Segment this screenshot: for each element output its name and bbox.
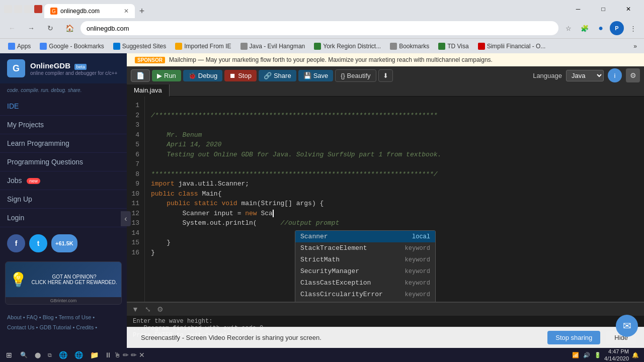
sidebar-item-programming-questions[interactable]: Programming Questions (0, 153, 127, 171)
beautify-button[interactable]: {} Beautify (335, 69, 376, 82)
taskbar-start[interactable]: ⊞ (2, 349, 16, 361)
menu-icon[interactable]: ⋮ (626, 21, 640, 35)
bottom-tool-chevron[interactable]: ▼ (131, 304, 140, 314)
bookmark-google[interactable]: Google - Bookmarks (36, 42, 108, 51)
ad-text: GOT AN OPINION?CLICK HERE AND GET REWARD… (31, 274, 117, 285)
tray-battery-icon[interactable]: 🔋 (593, 350, 602, 359)
suggested-icon (113, 43, 120, 50)
notification-text: Screencastify - Screen Video Recorder is… (141, 334, 541, 341)
home-button[interactable]: 🏠 (61, 20, 77, 36)
autocomplete-item-strictmath[interactable]: StrictMath keyword (295, 254, 435, 265)
bottom-tool-settings[interactable]: ⚙ (156, 304, 165, 314)
extension-icon[interactable]: 🧩 (578, 21, 592, 35)
autocomplete-item-scanner[interactable]: Scanner local (295, 231, 435, 242)
sidebar-item-my-projects[interactable]: My Projects (0, 116, 127, 134)
taskbar-cortana[interactable]: ⬤ (32, 349, 44, 361)
bookmark-simplii-label: Simplii Financial - O... (487, 43, 546, 50)
sidebar-item-login[interactable]: Login (0, 209, 127, 227)
bookmark-apps[interactable]: Apps (4, 42, 35, 51)
link-credits[interactable]: Credits (76, 324, 94, 330)
new-tab-button[interactable]: + (135, 4, 149, 18)
taskbar-chrome[interactable]: 🌐 (56, 349, 70, 361)
share-button[interactable]: 🔗 Share (259, 70, 296, 81)
forward-button[interactable]: → (23, 20, 39, 36)
media-stop-button[interactable]: ✕ (139, 351, 145, 359)
tray-notification-icon[interactable]: 🔔 (631, 350, 640, 359)
logo-beta: beta (74, 64, 87, 70)
debug-button[interactable]: 🐞 Debug (183, 70, 222, 81)
run-button[interactable]: ▶ Run (152, 70, 181, 81)
media-highlight-button[interactable]: ✏ (131, 351, 137, 359)
save-button[interactable]: 💾 Save (298, 70, 334, 81)
bookmark-imported[interactable]: Imported From IE (171, 42, 235, 51)
autocomplete-dropdown[interactable]: Scanner local StackTraceElement keyword … (295, 230, 436, 302)
autocomplete-item-classcircular[interactable]: ClassCircularityError keyword (295, 289, 435, 300)
code-editor[interactable]: 12345 678910 1112131415 16 /************… (127, 97, 644, 302)
stop-button[interactable]: ⏹ Stop (224, 70, 257, 81)
refresh-button[interactable]: ↻ (42, 20, 58, 36)
language-select[interactable]: Java C C++ Python (566, 70, 604, 81)
taskbar-clock[interactable]: 4:47 PM 4/14/2020 (604, 348, 629, 362)
taskbar-search[interactable]: 🔍 (17, 349, 31, 361)
tray-volume-icon[interactable]: 🔊 (582, 350, 591, 359)
maximize-button[interactable]: □ (592, 2, 615, 17)
file-new-button[interactable]: 📄 (131, 69, 150, 82)
bottom-tool-resize[interactable]: ⤡ (144, 304, 152, 314)
sidebar-item-jobs[interactable]: Jobs new (0, 171, 127, 190)
google-icon (40, 43, 47, 50)
file-tab-main[interactable]: Main.java (127, 84, 170, 97)
taskbar-taskview[interactable]: ⧉ (45, 349, 55, 361)
taskbar-explorer[interactable]: 📁 (87, 349, 102, 361)
taskbar-edge[interactable]: 🌐 (71, 349, 86, 361)
media-pen-button[interactable]: ✏ (123, 351, 129, 359)
bookmark-td[interactable]: TD Visa (434, 42, 472, 51)
close-button[interactable]: ✕ (617, 2, 640, 17)
bookmark-imported-label: Imported From IE (184, 43, 231, 50)
imported-icon (175, 43, 182, 50)
media-pause-button[interactable]: ⏸ (105, 351, 112, 359)
facebook-button[interactable]: f (7, 234, 25, 252)
settings-icon[interactable]: ● (594, 21, 608, 35)
autocomplete-item-unsupported[interactable]: UnsupportedClassVersionError ... (295, 300, 435, 302)
chat-button[interactable]: ✉ (616, 315, 638, 337)
link-blog[interactable]: Blog (43, 314, 54, 320)
bookmark-overflow[interactable]: » (630, 42, 640, 51)
back-button[interactable]: ← (4, 20, 20, 36)
stop-sharing-button[interactable]: Stop sharing (547, 331, 600, 344)
bookmark-star-icon[interactable]: ☆ (561, 21, 576, 35)
profile-icon[interactable]: P (610, 21, 624, 35)
tray-network-icon[interactable]: 📶 (571, 350, 580, 359)
tab-favicon: G (50, 8, 57, 15)
autocomplete-item-stacktrace[interactable]: StackTraceElement keyword (295, 242, 435, 254)
bookmark-suggested[interactable]: Suggested Sites (109, 42, 170, 51)
autocomplete-item-security[interactable]: SecurityManager keyword (295, 265, 435, 277)
settings-button[interactable]: ⚙ (626, 68, 640, 82)
link-contact[interactable]: Contact Us (7, 324, 34, 330)
autocomplete-item-classcast[interactable]: ClassCastException keyword (295, 277, 435, 289)
bookmark-hangman[interactable]: Java - Evil Hangman (236, 42, 309, 51)
sidebar-item-learn-programming[interactable]: Learn Programming (0, 134, 127, 153)
address-input[interactable] (80, 21, 558, 35)
bookmark-york[interactable]: York Region District... (310, 42, 385, 51)
info-button[interactable]: i (608, 68, 622, 82)
sidebar-ad[interactable]: 💡 GOT AN OPINION?CLICK HERE AND GET REWA… (5, 261, 122, 305)
sidebar-item-ide[interactable]: IDE (0, 97, 127, 116)
like-counter[interactable]: + 61.5K (51, 234, 77, 252)
active-tab[interactable]: G onlinegdb.com ✕ (44, 4, 135, 18)
minimize-button[interactable]: ─ (567, 2, 590, 17)
download-button[interactable]: ⬇ (378, 69, 393, 82)
sidebar-links: About • FAQ • Blog • Terms of Use • Cont… (0, 309, 127, 337)
twitter-button[interactable]: t (29, 234, 47, 252)
link-terms[interactable]: Terms of Use (59, 314, 92, 320)
sidebar: G OnlineGDB beta online compiler and deb… (0, 53, 127, 362)
link-gdb-tutorial[interactable]: GDB Tutorial (39, 324, 71, 330)
bookmark-simplii[interactable]: Simplii Financial - O... (474, 42, 550, 51)
media-cursor-button[interactable]: 🖱 (114, 351, 121, 359)
link-faq[interactable]: FAQ (27, 314, 38, 320)
logo-subtitle: online compiler and debugger for c/c++ (30, 70, 117, 76)
sidebar-item-sign-up[interactable]: Sign Up (0, 190, 127, 209)
link-about[interactable]: About (7, 314, 22, 320)
sidebar-collapse-button[interactable]: ‹ (121, 211, 131, 226)
bookmark-bookmarks[interactable]: Bookmarks (386, 42, 433, 51)
tab-close-button[interactable]: ✕ (124, 8, 129, 15)
